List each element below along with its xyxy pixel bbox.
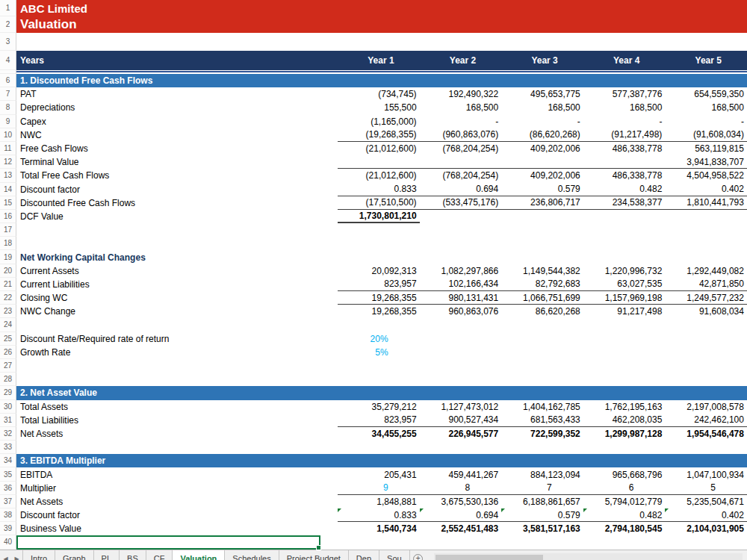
cell-label[interactable]: Discounted Free Cash Flows [16, 196, 338, 210]
cell-label[interactable]: Multiplier [16, 482, 338, 495]
cell-value[interactable] [338, 250, 420, 264]
year-column-header[interactable]: Year 1 [338, 51, 420, 70]
cell-label[interactable]: Depreciations [16, 101, 338, 114]
cell-value[interactable]: 486,338,778 [583, 142, 666, 155]
cell-value[interactable] [420, 250, 502, 264]
cell-value[interactable]: 3,941,838,707 [665, 155, 747, 169]
cell-value[interactable]: 82,792,683 [501, 278, 583, 291]
row-number[interactable]: 37 [0, 495, 16, 508]
cell-value[interactable]: 35,279,212 [338, 400, 420, 414]
cell-value[interactable]: 823,957 [338, 278, 420, 291]
cell-value[interactable] [420, 237, 502, 250]
cell-value[interactable] [501, 223, 583, 237]
cell-value[interactable]: 2,552,451,483 [420, 522, 502, 535]
cell-value[interactable]: 0.579 [501, 183, 583, 196]
sheet-tab-pl[interactable]: PL [94, 550, 120, 560]
cell-value[interactable]: 1,954,546,478 [665, 427, 747, 441]
cell-label[interactable] [16, 33, 338, 51]
cell-label[interactable]: Total Free Cash Flows [16, 169, 338, 182]
cell-value[interactable] [501, 318, 583, 332]
cell-value[interactable] [338, 535, 420, 549]
cell-value[interactable]: 409,202,006 [501, 169, 583, 182]
cell-value[interactable]: 5,235,504,671 [665, 495, 747, 508]
cell-value[interactable] [501, 33, 583, 51]
cell-value[interactable]: 6 [583, 482, 666, 495]
row-number[interactable]: 10 [0, 128, 16, 142]
cell-value[interactable] [338, 155, 420, 169]
cell-value[interactable]: 0.694 [420, 183, 502, 196]
cell-label[interactable]: Discount factor [16, 183, 338, 196]
row-number[interactable]: 4 [0, 51, 16, 70]
cell-value[interactable]: 0.482 [583, 508, 666, 522]
cell-label[interactable]: NWC Change [16, 305, 338, 318]
cell-value[interactable]: 5,794,012,779 [583, 495, 666, 508]
cell-value[interactable]: 495,653,775 [501, 87, 583, 101]
row-number[interactable]: 33 [0, 441, 16, 454]
cell-value[interactable] [501, 359, 583, 373]
cell-value[interactable]: 681,563,433 [501, 414, 583, 427]
cell-value[interactable] [665, 373, 747, 386]
cell-label[interactable]: PAT [16, 87, 338, 101]
cell-value[interactable]: 1,149,544,382 [501, 264, 583, 278]
cell-value[interactable] [501, 373, 583, 386]
cell-value[interactable]: 20,092,313 [338, 264, 420, 278]
row-number[interactable]: 21 [0, 278, 16, 291]
cell-value[interactable]: 2,794,180,545 [583, 522, 666, 535]
cell-value[interactable]: 2,197,008,578 [665, 400, 747, 414]
cell-value[interactable]: (768,204,254) [420, 169, 502, 182]
year-column-header[interactable]: Year 2 [420, 51, 502, 70]
row-number[interactable]: 13 [0, 169, 16, 182]
cell-value[interactable] [665, 237, 747, 250]
cell-value[interactable] [338, 33, 420, 51]
row-number[interactable]: 19 [0, 250, 16, 264]
cell-value[interactable]: 722,599,352 [501, 427, 583, 441]
row-number[interactable]: 26 [0, 346, 16, 359]
row-number[interactable]: 28 [0, 373, 16, 386]
row-number[interactable]: 11 [0, 142, 16, 155]
row-number[interactable]: 36 [0, 482, 16, 495]
cell-value[interactable]: 654,559,350 [665, 87, 747, 101]
new-sheet-button[interactable]: + [410, 550, 427, 560]
cell-value[interactable]: 1,848,881 [338, 495, 420, 508]
cell-value[interactable]: 91,608,034 [665, 305, 747, 318]
cell-label[interactable] [16, 237, 338, 250]
cell-value[interactable] [583, 346, 666, 359]
cell-value[interactable]: 1,127,473,012 [420, 400, 502, 414]
cell-label[interactable]: Growth Rate [16, 346, 338, 359]
row-number[interactable]: 15 [0, 196, 16, 210]
cell-label[interactable]: Capex [16, 115, 338, 128]
cell-value[interactable]: 168,500 [665, 101, 747, 114]
cell-value[interactable]: 1,292,449,082 [665, 264, 747, 278]
cell-value[interactable]: 0.579 [501, 508, 583, 522]
title-cell[interactable]: ABC Limited [16, 0, 747, 16]
cell-value[interactable]: 1,762,195,163 [583, 400, 666, 414]
cell-value[interactable]: 4,504,958,522 [665, 169, 747, 182]
row-number[interactable]: 20 [0, 264, 16, 278]
row-number[interactable]: 35 [0, 467, 16, 481]
cell-value[interactable]: 1,047,100,934 [665, 467, 747, 481]
row-number[interactable]: 22 [0, 291, 16, 305]
cell-value[interactable]: (91,217,498) [583, 128, 666, 142]
cell-value[interactable]: 168,500 [583, 101, 666, 114]
cell-label[interactable]: Current Assets [16, 264, 338, 278]
row-number[interactable]: 31 [0, 414, 16, 427]
cell-value[interactable]: 8 [420, 482, 502, 495]
cell-value[interactable]: 0.482 [583, 183, 666, 196]
cell-value[interactable]: 234,538,377 [583, 196, 666, 210]
cell-value[interactable] [501, 155, 583, 169]
sheet-tab-valuation[interactable]: Valuation [173, 550, 225, 560]
cell-label[interactable]: EBITDA [16, 467, 338, 481]
cell-value[interactable]: 226,945,577 [420, 427, 502, 441]
cell-value[interactable]: 900,527,434 [420, 414, 502, 427]
cell-value[interactable] [420, 223, 502, 237]
cell-value[interactable]: (21,012,600) [338, 169, 420, 182]
cell-value[interactable]: 9 [338, 482, 420, 495]
cell-value[interactable]: 1,404,162,785 [501, 400, 583, 414]
cell-value[interactable]: 0.833 [338, 508, 420, 522]
cell-value[interactable] [665, 332, 747, 346]
cell-label[interactable]: DCF Value [16, 210, 338, 223]
cell-value[interactable]: 980,131,431 [420, 291, 502, 305]
cell-value[interactable]: 486,338,778 [583, 169, 666, 182]
sheet-tab-intro[interactable]: Intro [22, 550, 55, 560]
cell-value[interactable]: 1,730,801,210 [338, 210, 420, 223]
